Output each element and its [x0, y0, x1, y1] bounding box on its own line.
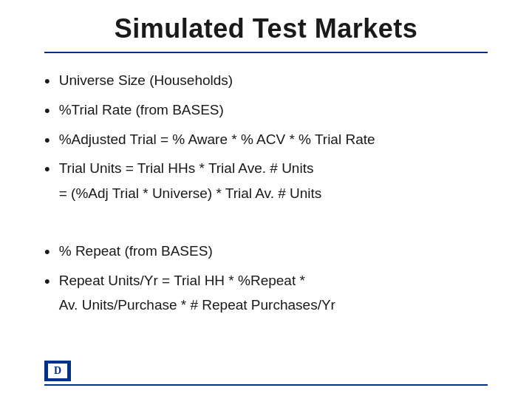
duke-logo-inner: D [48, 364, 67, 378]
bullet-text-1: Universe Size (Households) [59, 71, 488, 91]
trial-units-line1: • Trial Units = Trial HHs * Trial Ave. #… [44, 159, 488, 181]
trial-units-text2: = (%Adj Trial * Universe) * Trial Av. # … [59, 184, 488, 204]
bullet-text-2: %Trial Rate (from BASES) [59, 100, 488, 120]
bullet-dot-3: • [44, 129, 50, 152]
duke-logo-text: D [54, 365, 61, 377]
repeat-units-dot1: • [44, 270, 50, 293]
repeat-units-text1: Repeat Units/Yr = Trial HH * %Repeat * [59, 271, 488, 291]
repeat-rate-dot: • [44, 241, 50, 264]
bullet-repeat-rate: • % Repeat (from BASES) [44, 242, 488, 264]
repeat-units-text2: Av. Units/Purchase * # Repeat Purchases/… [59, 296, 488, 316]
bottom-border [44, 384, 488, 386]
repeat-units-line1: • Repeat Units/Yr = Trial HH * %Repeat * [44, 271, 488, 293]
title-section: Simulated Test Markets [44, 0, 488, 53]
trial-units-dot1: • [44, 158, 50, 181]
bullet-dot-1: • [44, 70, 50, 93]
slide: Simulated Test Markets • Universe Size (… [0, 0, 532, 399]
content-area: • Universe Size (Households) • %Trial Ra… [44, 66, 488, 369]
duke-logo-box: D [44, 361, 71, 381]
slide-title: Simulated Test Markets [44, 13, 488, 44]
trial-units-text1: Trial Units = Trial HHs * Trial Ave. # U… [59, 159, 488, 179]
bullet-dot-2: • [44, 100, 50, 123]
bullet-text-3: %Adjusted Trial = % Aware * % ACV * % Tr… [59, 130, 488, 150]
duke-logo: D [44, 361, 71, 381]
repeat-rate-text: % Repeat (from BASES) [59, 242, 488, 262]
bullet-trial-rate: • %Trial Rate (from BASES) [44, 100, 488, 123]
trial-units-group: • Trial Units = Trial HHs * Trial Ave. #… [44, 159, 488, 233]
trial-units-line3: • [44, 209, 488, 231]
repeat-units-group: • Repeat Units/Yr = Trial HH * %Repeat *… [44, 271, 488, 321]
repeat-units-line2: • Av. Units/Purchase * # Repeat Purchase… [44, 296, 488, 318]
bullet-universe-size: • Universe Size (Households) [44, 71, 488, 93]
bullet-adjusted-trial: • %Adjusted Trial = % Aware * % ACV * % … [44, 130, 488, 152]
trial-units-line2: • = (%Adj Trial * Universe) * Trial Av. … [44, 184, 488, 206]
